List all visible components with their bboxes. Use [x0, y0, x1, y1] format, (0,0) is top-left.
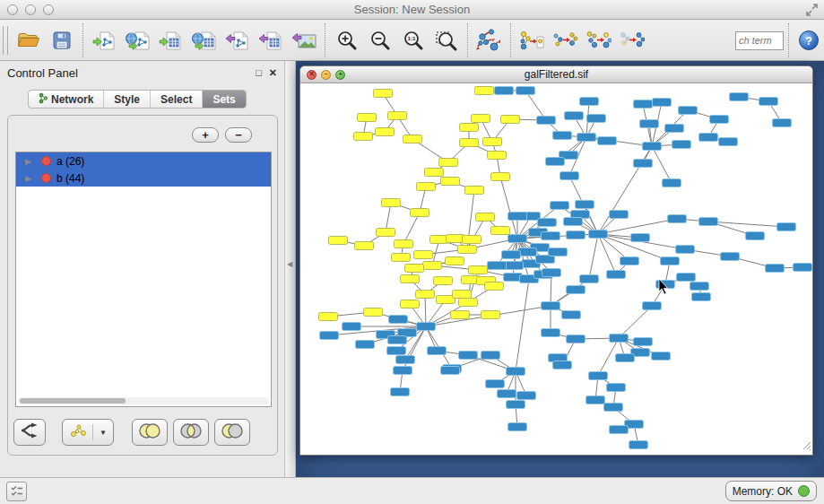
graph-node[interactable]	[485, 282, 504, 291]
graph-node[interactable]	[387, 347, 406, 355]
graph-node[interactable]	[640, 120, 659, 128]
graph-node[interactable]	[777, 223, 796, 231]
remove-set-button[interactable]: −	[225, 127, 252, 143]
graph-node[interactable]	[423, 262, 442, 270]
add-set-button[interactable]: +	[192, 127, 219, 143]
export-image-button[interactable]	[287, 23, 320, 57]
import-network-file-button[interactable]	[88, 23, 121, 57]
graph-node[interactable]	[377, 229, 395, 237]
graph-node[interactable]	[620, 257, 639, 265]
graph-node[interactable]	[692, 293, 711, 301]
expander-icon[interactable]: ▶	[25, 157, 34, 166]
graph-node[interactable]	[508, 235, 527, 243]
fullscreen-icon[interactable]	[805, 4, 819, 20]
union-sets-button[interactable]	[132, 419, 168, 446]
graph-node[interactable]	[394, 367, 412, 375]
create-set-dropdown-button[interactable]: ▼	[62, 419, 114, 446]
graph-node[interactable]	[719, 138, 738, 146]
graph-node[interactable]	[508, 213, 527, 221]
graph-node[interactable]	[507, 368, 525, 376]
graph-node[interactable]	[546, 158, 565, 166]
graph-node[interactable]	[634, 160, 653, 168]
toolbar-drag-handle[interactable]	[3, 26, 8, 55]
graph-node[interactable]	[610, 426, 629, 434]
graph-node[interactable]	[343, 323, 361, 331]
graph-node[interactable]	[576, 201, 594, 209]
zoom-out-button[interactable]	[363, 23, 396, 57]
graph-node[interactable]	[459, 299, 478, 307]
network-window-titlebar[interactable]: ✕ − + galFiltered.sif	[300, 66, 812, 83]
graph-node[interactable]	[710, 116, 729, 124]
graph-node[interactable]	[562, 311, 581, 319]
graph-node[interactable]	[629, 441, 648, 449]
graph-node[interactable]	[389, 316, 408, 324]
network-canvas[interactable]	[300, 83, 812, 455]
graph-node[interactable]	[537, 117, 556, 125]
graph-node[interactable]	[458, 246, 477, 254]
select-all-nodes-button[interactable]	[582, 23, 615, 57]
zoom-in-button[interactable]	[330, 23, 363, 57]
float-panel-icon[interactable]: □	[256, 68, 262, 78]
graph-edge[interactable]	[403, 213, 420, 244]
tab-network[interactable]: Network	[29, 91, 104, 108]
import-table-file-button[interactable]	[154, 23, 187, 57]
graph-node[interactable]	[403, 135, 422, 143]
graph-node[interactable]	[699, 218, 718, 226]
graph-node[interactable]	[434, 277, 453, 285]
graph-node[interactable]	[483, 138, 502, 146]
graph-node[interactable]	[560, 172, 579, 180]
tab-sets[interactable]: Sets	[203, 91, 245, 108]
network-window[interactable]: ✕ − + galFiltered.sif	[299, 65, 813, 456]
memory-status-button[interactable]: Memory: OK	[725, 481, 817, 501]
graph-node[interactable]	[491, 227, 510, 235]
graph-node[interactable]	[663, 179, 681, 187]
graph-edge[interactable]	[708, 222, 786, 227]
graph-node[interactable]	[320, 332, 339, 340]
graph-node[interactable]	[486, 380, 505, 388]
list-item-set-b[interactable]: ▶ b (44)	[16, 169, 271, 187]
graph-node[interactable]	[329, 237, 348, 245]
graph-node[interactable]	[551, 202, 569, 210]
panel-splitter[interactable]: ◀	[285, 61, 296, 477]
graph-node[interactable]	[472, 115, 490, 123]
graph-node[interactable]	[652, 352, 671, 361]
graph-node[interactable]	[565, 112, 584, 120]
graph-node[interactable]	[388, 112, 407, 120]
expander-icon[interactable]: ▶	[25, 174, 34, 183]
tab-style[interactable]: Style	[104, 91, 151, 108]
search-input[interactable]	[735, 31, 784, 50]
graph-node[interactable]	[488, 262, 507, 270]
graph-node[interactable]	[451, 311, 470, 319]
graph-node[interactable]	[395, 240, 413, 248]
graph-edge[interactable]	[598, 219, 677, 234]
graph-node[interactable]	[553, 361, 572, 369]
graph-node[interactable]	[607, 384, 626, 392]
graph-edge[interactable]	[516, 279, 529, 371]
split-set-button[interactable]	[13, 419, 46, 446]
graph-node[interactable]	[495, 87, 514, 95]
graph-node[interactable]	[665, 125, 684, 133]
graph-node[interactable]	[505, 262, 524, 270]
graph-node[interactable]	[428, 347, 447, 355]
graph-node[interactable]	[580, 98, 599, 106]
graph-node[interactable]	[354, 133, 373, 141]
graph-node[interactable]	[668, 215, 687, 223]
graph-node[interactable]	[564, 218, 583, 226]
help-button[interactable]: ?	[799, 30, 819, 50]
graph-node[interactable]	[679, 107, 698, 115]
open-session-button[interactable]	[12, 23, 45, 57]
import-network-url-button[interactable]	[121, 23, 154, 57]
close-panel-icon[interactable]: ✕	[269, 68, 277, 78]
graph-node[interactable]	[414, 251, 433, 259]
save-session-button[interactable]	[45, 23, 78, 57]
graph-node[interactable]	[401, 300, 420, 308]
graph-node[interactable]	[567, 335, 585, 343]
zoom-fit-selected-button[interactable]	[429, 23, 463, 57]
graph-node[interactable]	[542, 302, 560, 310]
graph-node[interactable]	[382, 199, 401, 207]
intersect-sets-button[interactable]	[173, 419, 209, 446]
task-history-button[interactable]	[6, 482, 27, 501]
graph-node[interactable]	[469, 266, 488, 274]
graph-node[interactable]	[643, 302, 662, 310]
graph-node[interactable]	[604, 404, 623, 412]
